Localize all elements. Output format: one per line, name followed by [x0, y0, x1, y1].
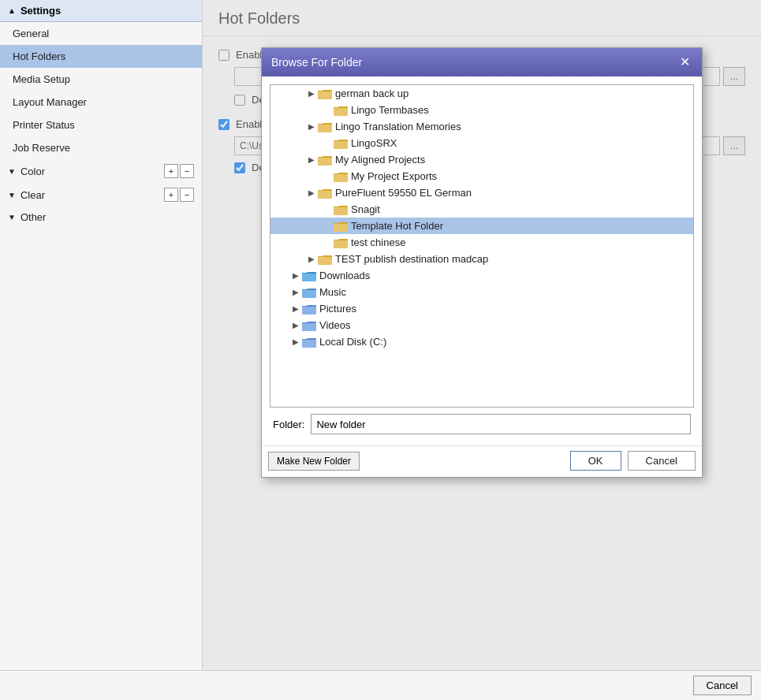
tree-item-label: test chinese	[351, 236, 405, 248]
folder-icon	[302, 287, 316, 298]
svg-rect-12	[302, 289, 316, 298]
svg-rect-0	[318, 91, 332, 99]
svg-rect-10	[318, 256, 332, 265]
tree-item-label: My Project Exports	[351, 170, 437, 182]
tree-item-label: LingoSRX	[351, 137, 397, 149]
folder-icon	[302, 270, 316, 281]
folder-icon	[318, 121, 332, 132]
bottom-bar: Cancel	[0, 670, 761, 700]
expand-arrow-icon: ▶	[305, 188, 318, 197]
tree-item[interactable]: ▶ Music	[270, 284, 693, 300]
dialog-close-button[interactable]: ✕	[677, 54, 692, 70]
sidebar-group-clear[interactable]: ▼ Clear + −	[0, 183, 202, 207]
expand-arrow-icon: ▶	[305, 155, 318, 164]
tree-item[interactable]: My Project Exports	[270, 168, 693, 184]
sidebar-item-job-reserve[interactable]: Job Reserve	[0, 136, 202, 159]
folder-tree[interactable]: ▶ german back up Lingo Termbases▶ Lingo …	[270, 84, 694, 408]
sidebar: ▲ Settings General Hot Folders Media Set…	[0, 0, 203, 670]
sidebar-group-other[interactable]: ▼ Other	[0, 207, 202, 228]
folder-icon	[334, 171, 348, 182]
expand-arrow-icon: ▶	[289, 304, 302, 313]
folder-icon	[334, 138, 348, 149]
expand-arrow-icon: ▶	[305, 89, 318, 98]
tree-item-label: Snagit	[351, 203, 380, 215]
tree-item[interactable]: ▶ Pictures	[270, 300, 693, 317]
tree-item[interactable]: ▶ Downloads	[270, 267, 693, 284]
dialog-titlebar: Browse For Folder ✕	[262, 48, 702, 76]
folder-icon	[302, 337, 316, 348]
sidebar-group-color[interactable]: ▼ Color + −	[0, 159, 202, 183]
remove-clear-icon[interactable]: −	[180, 188, 194, 202]
sidebar-header[interactable]: ▲ Settings	[0, 0, 202, 22]
tree-item-label: Downloads	[319, 270, 370, 281]
folder-input-row: Folder:	[270, 408, 694, 438]
folder-icon	[334, 237, 348, 248]
dialog-buttons-bar: Make New Folder OK Cancel	[262, 445, 702, 477]
folder-icon	[302, 303, 316, 315]
svg-rect-4	[318, 157, 332, 166]
tree-item[interactable]: LingoSRX	[270, 135, 693, 151]
sidebar-item-general[interactable]: General	[0, 22, 202, 45]
expand-arrow-icon: ▶	[289, 288, 302, 296]
svg-rect-8	[334, 223, 348, 232]
svg-rect-1	[334, 107, 348, 116]
tree-item-label: Local Disk (C:)	[319, 336, 386, 348]
tree-item[interactable]: ▶ PureFluent 59550 EL German	[270, 184, 693, 201]
chevron-up-icon: ▲	[8, 6, 16, 15]
folder-icon	[318, 88, 332, 99]
tree-item[interactable]: test chinese	[270, 234, 693, 251]
group-clear-icons: + −	[164, 188, 194, 202]
svg-rect-6	[318, 190, 332, 199]
svg-rect-9	[334, 240, 348, 248]
svg-rect-3	[334, 140, 348, 149]
chevron-down-icon-other: ▼	[8, 213, 16, 222]
group-other-label: Other	[21, 211, 194, 223]
tree-item[interactable]: ▶ Local Disk (C:)	[270, 333, 693, 350]
folder-icon	[334, 204, 348, 215]
browse-folder-dialog: Browse For Folder ✕ ▶ german back up Lin…	[261, 47, 703, 478]
expand-arrow-icon: ▶	[305, 122, 318, 131]
folder-label: Folder:	[273, 419, 304, 430]
tree-item[interactable]: ▶ Videos	[270, 317, 693, 333]
dialog-ok-button[interactable]: OK	[570, 451, 621, 471]
remove-icon[interactable]: −	[180, 164, 194, 178]
sidebar-item-hot-folders[interactable]: Hot Folders	[0, 45, 202, 68]
sidebar-item-media-setup[interactable]: Media Setup	[0, 68, 202, 91]
svg-rect-5	[334, 173, 348, 182]
tree-item[interactable]: ▶ My Aligned Projects	[270, 151, 693, 168]
sidebar-item-printer-status[interactable]: Printer Status	[0, 114, 202, 136]
group-clear-label: Clear	[21, 189, 164, 201]
main-content: Hot Folders Enable queue hot folder … De…	[203, 0, 761, 670]
folder-name-input[interactable]	[311, 414, 691, 434]
folder-icon	[334, 221, 348, 232]
bottom-cancel-button[interactable]: Cancel	[693, 676, 752, 695]
tree-item[interactable]: Template Hot Folder	[270, 218, 693, 234]
add-icon[interactable]: +	[164, 164, 178, 178]
folder-icon	[318, 188, 332, 199]
sidebar-title: Settings	[21, 5, 61, 17]
tree-item[interactable]: ▶ TEST publish destination madcap	[270, 251, 693, 267]
tree-item-label: PureFluent 59550 EL German	[335, 187, 472, 199]
expand-arrow-icon: ▶	[305, 255, 318, 263]
svg-rect-2	[318, 124, 332, 132]
add-clear-icon[interactable]: +	[164, 188, 178, 202]
tree-item[interactable]: ▶ Lingo Translation Memories	[270, 118, 693, 135]
dialog-body: ▶ german back up Lingo Termbases▶ Lingo …	[262, 76, 702, 445]
folder-icon	[318, 254, 332, 265]
svg-rect-13	[302, 306, 316, 315]
tree-item[interactable]: ▶ german back up	[270, 85, 693, 102]
tree-item[interactable]: Snagit	[270, 201, 693, 218]
dialog-overlay: Browse For Folder ✕ ▶ german back up Lin…	[203, 0, 761, 670]
tree-item-label: german back up	[335, 88, 408, 99]
make-new-folder-button[interactable]: Make New Folder	[268, 452, 360, 471]
tree-item-label: TEST publish destination madcap	[335, 253, 488, 265]
tree-item[interactable]: Lingo Termbases	[270, 102, 693, 118]
svg-rect-15	[302, 339, 316, 348]
tree-item-label: Lingo Termbases	[351, 104, 429, 116]
chevron-down-icon-clear: ▼	[8, 191, 16, 199]
dialog-cancel-button[interactable]: Cancel	[628, 451, 696, 471]
svg-rect-14	[302, 322, 316, 331]
sidebar-item-layout-manager[interactable]: Layout Manager	[0, 91, 202, 114]
tree-item-label: My Aligned Projects	[335, 154, 425, 166]
tree-item-label: Pictures	[319, 303, 356, 315]
